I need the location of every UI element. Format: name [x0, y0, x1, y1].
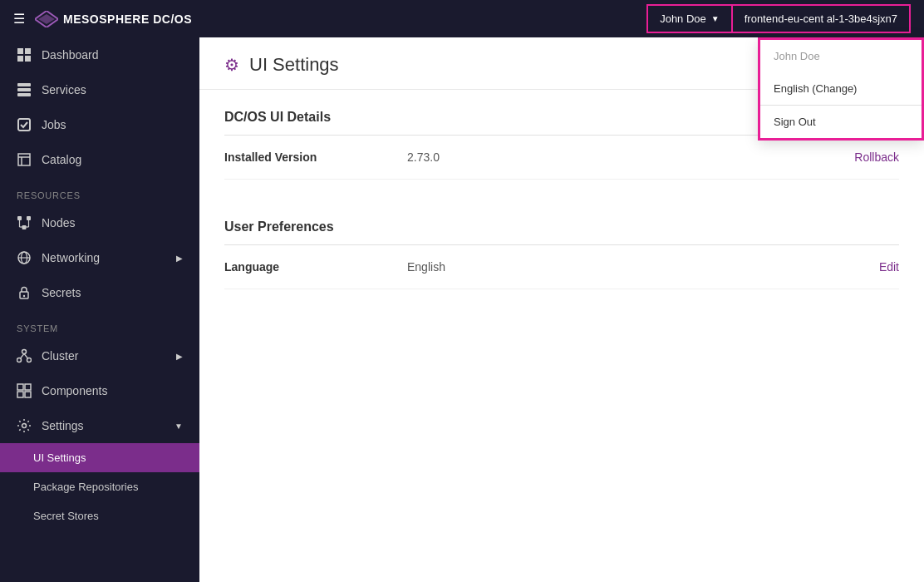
user-name-label: John Doe [660, 12, 706, 25]
svg-rect-2 [17, 48, 23, 54]
svg-rect-29 [17, 392, 23, 397]
user-menu-button[interactable]: John Doe ▼ [646, 4, 733, 33]
user-preferences-section: User Preferences Language English Edit [199, 200, 924, 289]
resources-section-label: Resources [0, 177, 199, 205]
page-title: UI Settings [249, 54, 339, 76]
hamburger-icon[interactable]: ☰ [13, 11, 25, 27]
svg-point-21 [23, 295, 25, 297]
dropdown-language-option[interactable]: English (Change) [760, 72, 922, 105]
sidebar-item-ui-settings-label: UI Settings [33, 451, 86, 464]
sidebar-item-catalog-label: Catalog [42, 153, 81, 166]
svg-rect-27 [17, 384, 23, 390]
language-row: Language English Edit [224, 245, 899, 289]
installed-version-row: Installed Version 2.73.0 Rollback [224, 136, 899, 180]
jobs-icon [17, 117, 32, 132]
user-dropdown-arrow-icon: ▼ [711, 14, 720, 23]
svg-rect-3 [25, 48, 31, 54]
cluster-info: frontend-eu-cent al-1-3be4sjxn7 [733, 4, 911, 33]
networking-icon [17, 250, 32, 265]
topbar: ☰ MESOSPHERE DC/OS John Doe ▼ frontend-e… [0, 0, 924, 37]
settings-chevron-icon: ▼ [174, 422, 183, 431]
svg-rect-4 [17, 56, 23, 62]
svg-point-23 [17, 358, 22, 363]
svg-point-22 [22, 350, 27, 354]
sidebar-item-secrets[interactable]: Secrets [0, 275, 199, 310]
svg-rect-8 [17, 93, 31, 96]
sidebar-item-secret-stores-label: Secret Stores [33, 510, 99, 522]
svg-line-26 [24, 354, 28, 359]
cluster-chevron-icon: ▶ [176, 352, 183, 361]
sidebar: Dashboard Services Jobs Catalog Resource… [0, 37, 199, 582]
sidebar-item-dashboard-label: Dashboard [42, 48, 99, 62]
topbar-right: John Doe ▼ frontend-eu-cent al-1-3be4sjx… [646, 4, 911, 33]
sidebar-item-secrets-label: Secrets [42, 286, 81, 299]
dropdown-username: John Doe [760, 40, 922, 72]
services-icon [17, 82, 32, 97]
sidebar-item-services[interactable]: Services [0, 72, 199, 107]
logo-icon [35, 11, 58, 27]
sidebar-item-catalog[interactable]: Catalog [0, 142, 199, 177]
nodes-icon [17, 215, 32, 230]
svg-line-25 [21, 354, 25, 359]
svg-rect-10 [17, 216, 22, 220]
svg-rect-30 [25, 392, 31, 397]
sidebar-item-jobs[interactable]: Jobs [0, 107, 199, 142]
sidebar-item-package-repos[interactable]: Package Repositories [0, 472, 199, 501]
dropdown-sign-out[interactable]: Sign Out [760, 106, 922, 138]
installed-version-label: Installed Version [224, 150, 407, 164]
svg-rect-6 [17, 83, 31, 86]
sidebar-item-secret-stores[interactable]: Secret Stores [0, 501, 199, 530]
settings-icon [17, 418, 32, 433]
sidebar-item-components[interactable]: Components [0, 373, 199, 408]
dashboard-icon [17, 47, 32, 62]
sidebar-item-cluster[interactable]: Cluster ▶ [0, 338, 199, 373]
sidebar-item-settings-label: Settings [42, 419, 84, 432]
logo: MESOSPHERE DC/OS [35, 11, 192, 27]
language-label: Language [224, 260, 407, 274]
edit-language-button[interactable]: Edit [879, 260, 899, 274]
cluster-icon [17, 348, 32, 363]
sidebar-item-jobs-label: Jobs [42, 118, 66, 131]
ui-settings-gear-icon: ⚙ [224, 55, 239, 75]
svg-rect-9 [18, 119, 30, 131]
sidebar-item-cluster-label: Cluster [42, 349, 78, 363]
rollback-button[interactable]: Rollback [854, 150, 899, 164]
sidebar-item-networking-label: Networking [42, 251, 100, 264]
user-preferences-title: User Preferences [224, 219, 899, 245]
sidebar-item-nodes[interactable]: Nodes [0, 205, 199, 240]
components-icon [17, 383, 32, 398]
sidebar-item-services-label: Services [42, 83, 86, 96]
topbar-left: ☰ MESOSPHERE DC/OS [13, 11, 192, 27]
sidebar-item-components-label: Components [42, 384, 107, 397]
svg-point-24 [27, 358, 32, 363]
sidebar-item-ui-settings[interactable]: UI Settings [0, 443, 199, 472]
svg-rect-5 [25, 56, 31, 62]
catalog-icon [17, 152, 32, 167]
svg-rect-7 [17, 88, 31, 91]
svg-rect-11 [27, 216, 31, 220]
sidebar-item-nodes-label: Nodes [42, 216, 75, 229]
logo-text: MESOSPHERE DC/OS [63, 12, 192, 26]
language-value: English [407, 260, 879, 274]
sidebar-item-networking[interactable]: Networking ▶ [0, 240, 199, 275]
secrets-icon [17, 285, 32, 300]
sidebar-item-settings[interactable]: Settings ▼ [0, 408, 199, 443]
sidebar-item-package-repos-label: Package Repositories [33, 481, 138, 493]
user-dropdown-menu: John Doe English (Change) Sign Out [758, 37, 924, 141]
svg-point-31 [22, 424, 27, 428]
sidebar-item-dashboard[interactable]: Dashboard [0, 37, 199, 72]
system-section-label: System [0, 310, 199, 338]
installed-version-value: 2.73.0 [407, 150, 854, 164]
svg-rect-28 [25, 384, 31, 390]
networking-chevron-icon: ▶ [176, 254, 183, 263]
